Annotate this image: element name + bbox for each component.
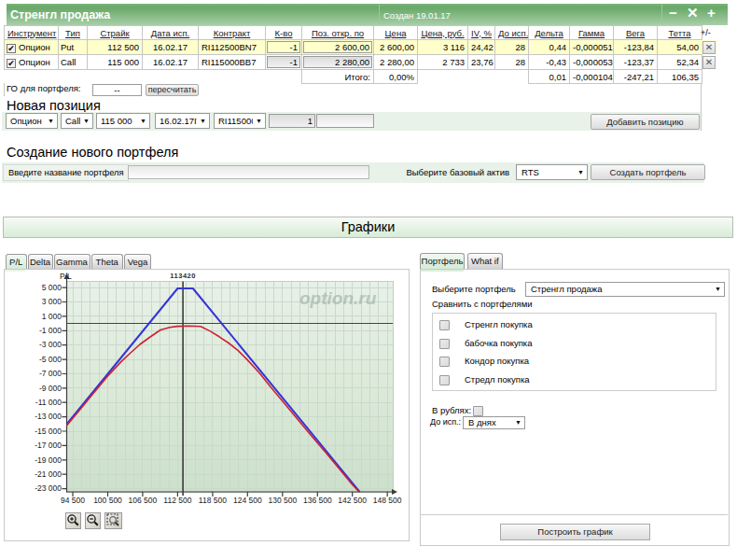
svg-text:-13 000: -13 000 (35, 412, 62, 421)
svg-text:112 500: 112 500 (163, 496, 191, 505)
svg-text:106 500: 106 500 (129, 496, 158, 505)
svg-text:-15 000: -15 000 (35, 427, 62, 436)
svg-text:136 500: 136 500 (303, 496, 332, 505)
svg-text:124 500: 124 500 (233, 496, 262, 505)
svg-text:100 500: 100 500 (93, 496, 122, 505)
svg-text:-7 000: -7 000 (39, 369, 62, 378)
svg-text:130 500: 130 500 (268, 496, 297, 505)
svg-text:1 000: 1 000 (42, 312, 63, 321)
svg-text:5 000: 5 000 (42, 283, 63, 292)
svg-text:-19 000: -19 000 (35, 455, 62, 465)
svg-text:-11 000: -11 000 (35, 398, 62, 407)
svg-text:-23 000: -23 000 (35, 483, 62, 493)
svg-text:148 500: 148 500 (373, 496, 402, 505)
svg-text:142 500: 142 500 (338, 496, 367, 505)
svg-text:P/L: P/L (60, 272, 72, 281)
svg-text:-17 000: -17 000 (35, 441, 62, 450)
svg-text:118 500: 118 500 (199, 496, 227, 505)
svg-text:-5 000: -5 000 (39, 355, 62, 364)
svg-text:-21 000: -21 000 (35, 469, 62, 479)
svg-text:option.ru: option.ru (299, 288, 377, 308)
svg-text:-1 000: -1 000 (39, 326, 62, 335)
svg-text:113420: 113420 (170, 272, 196, 280)
svg-text:-9 000: -9 000 (39, 384, 62, 393)
svg-text:3 000: 3 000 (42, 297, 63, 306)
svg-text:-3 000: -3 000 (39, 340, 62, 349)
svg-text:94 500: 94 500 (61, 496, 85, 505)
